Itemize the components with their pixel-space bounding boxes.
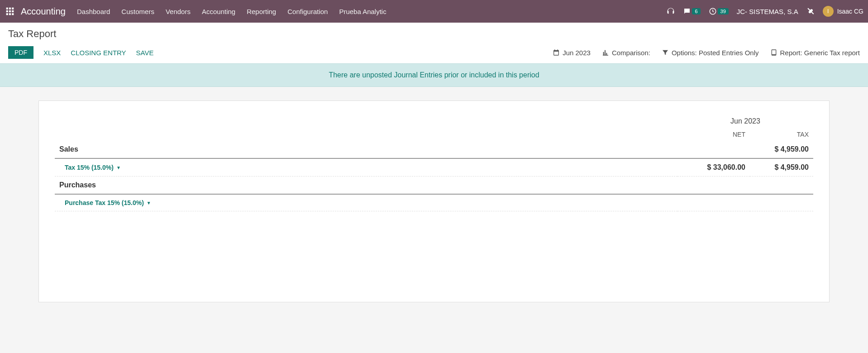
date-filter[interactable]: Jun 2023 <box>553 49 591 57</box>
section-label: Purchases <box>55 176 677 195</box>
detail-toggle[interactable]: Purchase Tax 15% (15.0%) ▼ <box>59 199 673 206</box>
nav-right: 6 39 JC- SISTEMAS, S.A I Isaac CG <box>667 6 863 17</box>
svg-rect-7 <box>9 13 11 15</box>
svg-rect-3 <box>6 10 8 12</box>
svg-rect-5 <box>12 10 14 12</box>
report-selector[interactable]: Report: Generic Tax report <box>770 49 860 57</box>
xlsx-button[interactable]: XLSX <box>43 49 61 57</box>
col-net-header: NET <box>677 128 750 141</box>
save-button[interactable]: SAVE <box>136 49 154 57</box>
svg-rect-6 <box>6 13 8 15</box>
options-filter[interactable]: Options: Posted Entries Only <box>662 49 759 57</box>
toolbar: PDF XLSX CLOSING ENTRY SAVE Jun 2023 Com… <box>8 46 860 63</box>
pdf-button[interactable]: PDF <box>8 46 33 59</box>
detail-label-text: Purchase Tax 15% (15.0%) <box>65 199 144 206</box>
nav-customers[interactable]: Customers <box>121 8 154 15</box>
detail-sales-tax: Tax 15% (15.0%) ▼ $ 33,060.00 $ 4,959.00 <box>55 158 813 176</box>
nav-configuration[interactable]: Configuration <box>287 8 328 15</box>
apps-icon[interactable] <box>5 6 15 17</box>
toolbar-right: Jun 2023 Comparison: Options: Posted Ent… <box>553 49 860 57</box>
support-icon[interactable] <box>667 7 675 15</box>
avatar: I <box>823 6 834 17</box>
section-sales: Sales $ 4,959.00 <box>55 141 813 158</box>
section-net <box>677 176 750 195</box>
period-header: Jun 2023 <box>677 114 813 128</box>
detail-net <box>677 194 750 211</box>
activity-icon[interactable]: 39 <box>709 7 729 15</box>
detail-toggle[interactable]: Tax 15% (15.0%) ▼ <box>59 164 673 171</box>
book-icon <box>770 49 777 56</box>
debug-icon[interactable] <box>806 7 815 15</box>
col-tax-header: TAX <box>750 128 813 141</box>
svg-rect-0 <box>6 8 8 10</box>
section-label: Sales <box>55 141 677 158</box>
chat-icon[interactable]: 6 <box>683 7 700 15</box>
report-card: Jun 2023 NET TAX Sales $ 4,959.00 <box>38 100 830 302</box>
comparison-label: Comparison: <box>612 49 650 57</box>
chart-icon <box>602 49 609 56</box>
filter-icon <box>662 49 669 56</box>
nav-prueba-analytic[interactable]: Prueba Analytic <box>339 8 386 15</box>
options-label: Options: Posted Entries Only <box>672 49 759 57</box>
section-tax: $ 4,959.00 <box>750 141 813 158</box>
report-wrap: Jun 2023 NET TAX Sales $ 4,959.00 <box>0 87 868 316</box>
detail-tax <box>750 194 813 211</box>
section-tax <box>750 176 813 195</box>
section-purchases: Purchases <box>55 176 813 195</box>
svg-rect-2 <box>12 8 14 10</box>
nav-reporting[interactable]: Reporting <box>247 8 276 15</box>
nav-vendors[interactable]: Vendors <box>166 8 191 15</box>
report-table: Jun 2023 NET TAX Sales $ 4,959.00 <box>55 114 813 211</box>
navbar: Accounting Dashboard Customers Vendors A… <box>0 0 868 23</box>
detail-net: $ 33,060.00 <box>677 158 750 176</box>
svg-rect-4 <box>9 10 11 12</box>
warning-banner[interactable]: There are unposted Journal Entries prior… <box>0 63 868 87</box>
closing-entry-button[interactable]: CLOSING ENTRY <box>71 49 126 57</box>
company-selector[interactable]: JC- SISTEMAS, S.A <box>737 8 798 15</box>
nav-dashboard[interactable]: Dashboard <box>77 8 110 15</box>
detail-label-text: Tax 15% (15.0%) <box>65 164 114 171</box>
caret-down-icon: ▼ <box>116 165 121 170</box>
detail-purchase-tax: Purchase Tax 15% (15.0%) ▼ <box>55 194 813 211</box>
comparison-filter[interactable]: Comparison: <box>602 49 650 57</box>
brand[interactable]: Accounting <box>21 6 66 17</box>
subheader: Tax Report PDF XLSX CLOSING ENTRY SAVE J… <box>0 23 868 63</box>
page-title: Tax Report <box>8 28 860 40</box>
user-name: Isaac CG <box>837 8 863 15</box>
date-filter-label: Jun 2023 <box>563 49 591 57</box>
svg-rect-1 <box>9 8 11 10</box>
report-label: Report: Generic Tax report <box>780 49 860 57</box>
nav-menu: Dashboard Customers Vendors Accounting R… <box>77 8 667 15</box>
user-menu[interactable]: I Isaac CG <box>823 6 863 17</box>
section-net <box>677 141 750 158</box>
caret-down-icon: ▼ <box>147 200 151 205</box>
chat-badge: 6 <box>692 8 700 14</box>
calendar-icon <box>553 49 560 56</box>
svg-rect-8 <box>12 13 14 15</box>
activity-badge: 39 <box>718 8 729 14</box>
nav-accounting[interactable]: Accounting <box>202 8 235 15</box>
detail-tax: $ 4,959.00 <box>750 158 813 176</box>
